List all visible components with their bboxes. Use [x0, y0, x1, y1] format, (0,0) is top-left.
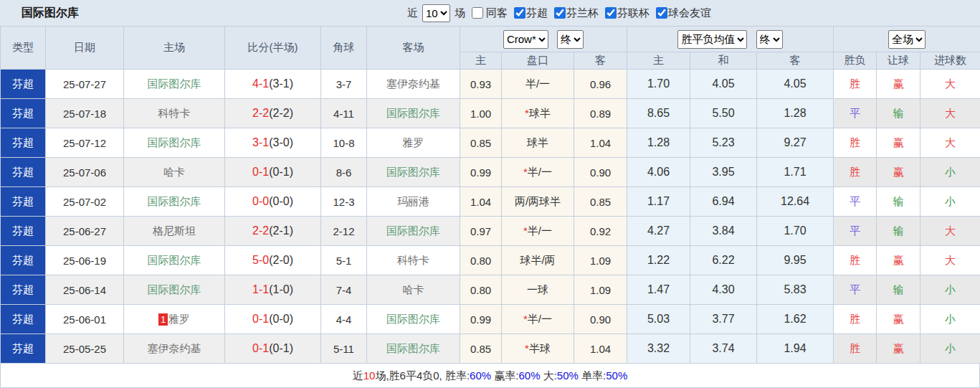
avg-draw: 6.22	[690, 246, 757, 275]
recent-count-select[interactable]: 10	[422, 4, 450, 22]
corner-count: 10-8	[321, 128, 367, 158]
halftime-score: (2-0)	[269, 254, 293, 266]
score: 0-1(0-1)	[225, 158, 321, 187]
score: 2-2(2-1)	[225, 217, 321, 246]
avg-lose: 1.28	[757, 99, 834, 128]
match-rows: 芬超 25-07-27 国际图尔库 4-1(3-1) 3-7 塞伊奈约基 0.9…	[1, 70, 980, 364]
league-filter-checkbox-0[interactable]	[514, 7, 525, 19]
avg-stage-select[interactable]: 终	[756, 30, 783, 49]
fulltime-score: 2-2	[252, 107, 269, 119]
table-row: 芬超 25-06-19 国际图尔库 5-0(2-0) 5-1 科特卡 0.80 …	[1, 246, 980, 275]
same-opponent-checkbox[interactable]	[472, 7, 483, 19]
away-team: 国际图尔库	[367, 334, 460, 364]
summary-segment: 50%	[606, 369, 627, 382]
score: 1-1(1-0)	[225, 275, 321, 305]
avg-lose: 4.05	[757, 70, 834, 99]
fulltime-score: 0-1	[252, 313, 269, 325]
home-team: 科特卡	[124, 99, 225, 128]
away-team: 玛丽港	[367, 187, 460, 217]
league-badge: 芬超	[1, 128, 46, 158]
league-filter-checkbox-3[interactable]	[656, 7, 667, 19]
odds-away: 0.90	[574, 305, 627, 334]
score: 3-1(3-0)	[225, 128, 321, 158]
league-filter-0: 芬超	[510, 6, 548, 20]
match-date: 25-06-27	[46, 217, 124, 246]
scope-select[interactable]: 全场	[888, 30, 926, 49]
odds-away: 1.04	[574, 128, 627, 158]
goals-result-flag: 大	[920, 246, 980, 275]
odds-home: 0.80	[460, 246, 502, 275]
odds-home: 0.99	[460, 158, 502, 187]
odds-handicap: *半/一	[502, 217, 574, 246]
halftime-score: (2-2)	[269, 107, 293, 119]
odds-away: 0.85	[574, 187, 627, 217]
score: 5-0(2-0)	[225, 246, 321, 275]
odds-handicap: 两/两球半	[502, 187, 574, 217]
avg-win: 1.47	[627, 275, 690, 305]
league-filter-3: 球会友谊	[652, 6, 711, 20]
corner-count: 7-4	[321, 275, 367, 305]
halftime-score: (0-0)	[269, 195, 293, 207]
home-team-name: 雅罗	[168, 313, 190, 325]
table-row: 芬超 25-06-01 1雅罗 0-1(0-0) 4-4 国际图尔库 0.99 …	[1, 305, 980, 334]
handicap-text: 半/一	[528, 313, 552, 325]
handicap-text: 两/两球半	[515, 195, 561, 207]
home-team-name: 国际图尔库	[148, 283, 201, 295]
avg-win: 1.22	[627, 246, 690, 275]
odds-home: 1.04	[460, 187, 502, 217]
home-team: 1雅罗	[124, 305, 225, 334]
halftime-score: (0-1)	[269, 166, 293, 178]
col-header-home: 主场	[124, 27, 225, 70]
odds-home: 0.80	[460, 275, 502, 305]
handicap-result-flag: 赢	[877, 246, 920, 275]
match-date: 25-05-25	[46, 334, 124, 364]
recent-label: 近	[407, 6, 418, 20]
home-team-name: 科特卡	[158, 107, 191, 119]
league-badge: 芬超	[1, 217, 46, 246]
league-filter-label-2: 芬联杯	[617, 6, 650, 20]
goals-result-flag: 大	[920, 128, 980, 158]
subcol-avg-win: 主	[627, 52, 690, 70]
home-team: 国际图尔库	[124, 246, 225, 275]
league-filter-checkbox-2[interactable]	[605, 7, 617, 19]
odds-away: 1.04	[574, 334, 627, 364]
avg-win: 3.32	[627, 334, 690, 364]
subcol-avg-lose: 客	[757, 52, 834, 70]
handicap-text: 一球	[527, 283, 548, 295]
league-filter-checkbox-1[interactable]	[554, 7, 566, 19]
avg-lose: 1.62	[757, 305, 834, 334]
table-row: 芬超 25-07-12 国际图尔库 3-1(3-0) 10-8 雅罗 0.85 …	[1, 128, 980, 158]
odds-handicap: 球半/两	[502, 246, 574, 275]
odds-away: 0.90	[574, 158, 627, 187]
table-row: 芬超 25-07-02 国际图尔库 0-0(0-0) 12-3 玛丽港 1.04…	[1, 187, 980, 217]
bookmaker-select[interactable]: Crow*	[503, 30, 548, 49]
halftime-score: (3-0)	[269, 136, 293, 148]
away-team-name: 塞伊奈约基	[386, 77, 440, 90]
league-filter-label-0: 芬超	[526, 6, 548, 20]
result-flag: 平	[834, 187, 877, 217]
avg-lose: 1.94	[757, 334, 834, 364]
avg-win: 8.65	[627, 99, 690, 128]
fulltime-score: 1-1	[252, 283, 269, 295]
summary-segment: 大:	[541, 369, 557, 382]
summary-bar: 近10场,胜6平4负0, 胜率:60% 赢率:60% 大:50% 单率:50%	[0, 364, 980, 388]
odds-home: 0.97	[460, 217, 502, 246]
away-team: 雅罗	[367, 128, 460, 158]
odds-away: 0.92	[574, 217, 627, 246]
avg-win: 4.27	[627, 217, 690, 246]
result-flag: 平	[834, 99, 877, 128]
home-team: 国际图尔库	[124, 187, 225, 217]
avg-draw: 4.30	[690, 275, 757, 305]
subcol-result: 胜负	[834, 52, 877, 70]
table-row: 芬超 25-05-25 塞伊奈约基 0-1(0-1) 5-11 国际图尔库 0.…	[1, 334, 980, 364]
goals-result-flag: 小	[920, 305, 980, 334]
subcol-avg-draw: 和	[690, 52, 757, 70]
summary-segment: 场,胜6平4负0, 胜率:	[375, 369, 470, 382]
halftime-score: (1-0)	[269, 283, 293, 295]
league-badge: 芬超	[1, 187, 46, 217]
avg-draw: 3.74	[690, 334, 757, 364]
odds-stage-select[interactable]: 终	[557, 30, 584, 49]
avg-type-select[interactable]: 胜平负均值	[677, 30, 747, 49]
table-row: 芬超 25-07-18 科特卡 2-2(2-2) 4-11 国际图尔库 1.00…	[1, 99, 980, 128]
avg-lose: 9.95	[757, 246, 834, 275]
